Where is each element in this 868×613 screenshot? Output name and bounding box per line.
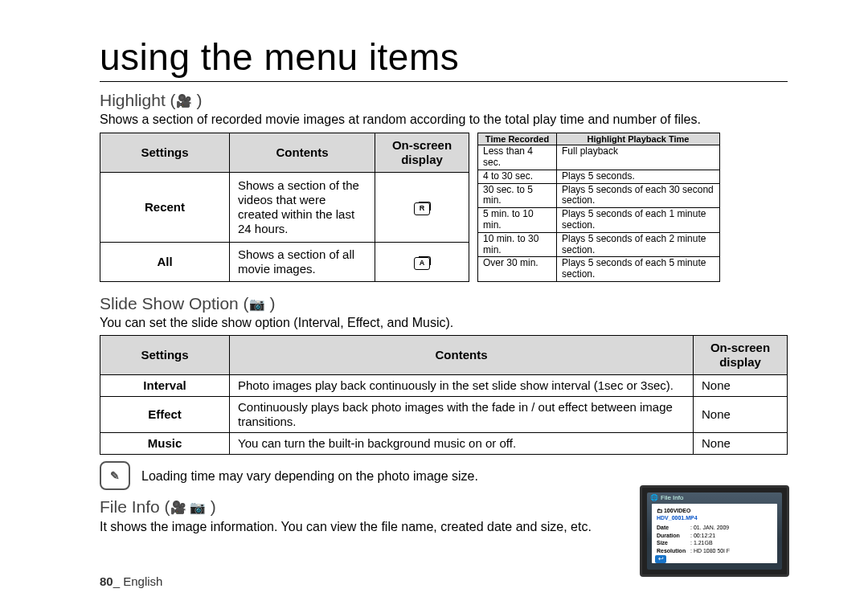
setting-cell: Recent bbox=[100, 172, 230, 243]
footer-sep: _ bbox=[113, 574, 124, 588]
table-row: Less than 4 sec.Full playback bbox=[478, 145, 720, 170]
fileinfo-title: 🌐 File Info bbox=[647, 492, 782, 504]
table-row: Over 30 min.Plays 5 seconds of each 5 mi… bbox=[478, 257, 720, 282]
fileinfo-filename: HDV_0001.MP4 bbox=[657, 514, 772, 521]
osd-cell: None bbox=[694, 375, 788, 397]
fileinfo-row: Date: 01. JAN. 2009 bbox=[657, 524, 772, 531]
heading-text: Highlight ( bbox=[100, 91, 176, 109]
col-contents: Contents bbox=[230, 336, 694, 375]
fileinfo-row: Size: 1.21GB bbox=[657, 539, 772, 546]
highlight-side-table: Time Recorded Highlight Playback Time Le… bbox=[477, 133, 720, 282]
footer-lang: English bbox=[123, 574, 162, 588]
cell: Plays 5 seconds of each 30 second sectio… bbox=[557, 183, 720, 208]
osd-r-icon: R bbox=[414, 202, 430, 215]
table-row: Interval Photo images play back continuo… bbox=[100, 375, 788, 397]
content-cell: Shows a section of the videos that were … bbox=[230, 172, 375, 243]
section-heading-slideshow: Slide Show Option (📷 ) bbox=[100, 293, 788, 313]
note-icon: ✎ bbox=[100, 461, 130, 490]
folder-icon: 🗀 bbox=[657, 508, 662, 513]
heading-text: File Info ( bbox=[100, 497, 170, 516]
col-osd: On-screen display bbox=[375, 133, 469, 172]
table-row: 30 sec. to 5 min.Plays 5 seconds of each… bbox=[478, 183, 720, 208]
content-cell: You can turn the built-in background mus… bbox=[230, 433, 694, 455]
heading-close: ) bbox=[192, 91, 203, 109]
cell: Over 30 min. bbox=[478, 257, 557, 282]
cell: 10 min. to 30 min. bbox=[478, 232, 557, 257]
fileinfo-title-text: File Info bbox=[661, 494, 683, 502]
k: Date bbox=[657, 524, 690, 531]
osd-cell: None bbox=[694, 433, 788, 455]
back-icon: ↩ bbox=[655, 555, 666, 563]
slideshow-desc: You can set the slide show option (Inter… bbox=[100, 315, 788, 330]
table-row: 10 min. to 30 min.Plays 5 seconds of eac… bbox=[478, 232, 720, 257]
col-contents: Contents bbox=[230, 133, 375, 172]
setting-cell: Effect bbox=[100, 397, 230, 433]
setting-cell: Interval bbox=[100, 375, 230, 397]
video-icon: 🎥 bbox=[176, 94, 192, 108]
cell: Plays 5 seconds of each 1 minute section… bbox=[557, 208, 720, 233]
osd-cell: None bbox=[694, 397, 788, 433]
heading-text: Slide Show Option ( bbox=[100, 294, 249, 313]
cell: Plays 5 seconds of each 5 minute section… bbox=[557, 257, 720, 282]
osd-a-icon: A bbox=[414, 257, 430, 270]
col-highlight-playback: Highlight Playback Time bbox=[557, 133, 720, 145]
table-row: 4 to 30 sec.Plays 5 seconds. bbox=[478, 170, 720, 183]
fileinfo-folder: 🗀 100VIDEO bbox=[657, 507, 772, 514]
setting-cell: Music bbox=[100, 433, 230, 455]
fileinfo-row: Duration: 00:12:21 bbox=[657, 532, 772, 539]
cell: Full playback bbox=[557, 145, 720, 170]
col-settings: Settings bbox=[100, 336, 230, 375]
cell: 5 min. to 10 min. bbox=[478, 208, 557, 233]
content-cell: Continuously plays back photo images wit… bbox=[230, 397, 694, 433]
col-settings: Settings bbox=[100, 133, 230, 172]
col-time-recorded: Time Recorded bbox=[478, 133, 557, 145]
table-row: Effect Continuously plays back photo ima… bbox=[100, 397, 788, 433]
globe-icon: 🌐 bbox=[650, 494, 658, 502]
k: Duration bbox=[657, 532, 690, 539]
note-text: Loading time may vary depending on the p… bbox=[141, 468, 478, 484]
v: : 01. JAN. 2009 bbox=[690, 524, 729, 531]
video-camera-icon: 🎥 📷 bbox=[170, 501, 206, 514]
k: Size bbox=[657, 539, 690, 546]
page-title: using the menu items bbox=[100, 35, 788, 82]
cell: Plays 5 seconds. bbox=[557, 170, 720, 183]
fileinfo-screenshot: 🌐 File Info 🗀 100VIDEO HDV_0001.MP4 Date… bbox=[640, 485, 789, 577]
slideshow-table: Settings Contents On-screen display Inte… bbox=[100, 335, 788, 455]
cell: 4 to 30 sec. bbox=[478, 170, 557, 183]
table-row: All Shows a section of all movie images.… bbox=[100, 243, 469, 282]
table-row: 5 min. to 10 min.Plays 5 seconds of each… bbox=[478, 208, 720, 233]
osd-cell: R bbox=[375, 172, 469, 243]
k: Resolution bbox=[657, 547, 690, 554]
fileinfo-row: Resolution: HD 1080 50i F bbox=[657, 547, 772, 554]
page-number: 80 bbox=[100, 574, 113, 588]
camera-icon: 📷 bbox=[249, 297, 265, 311]
heading-close: ) bbox=[206, 497, 216, 516]
table-row: Music You can turn the built-in backgrou… bbox=[100, 433, 788, 455]
highlight-desc: Shows a section of recorded movie images… bbox=[100, 112, 788, 127]
v: : 00:12:21 bbox=[690, 532, 715, 539]
content-cell: Shows a section of all movie images. bbox=[230, 243, 375, 282]
highlight-table: Settings Contents On-screen display Rece… bbox=[100, 133, 469, 282]
heading-close: ) bbox=[265, 294, 276, 313]
table-row: Recent Shows a section of the videos tha… bbox=[100, 172, 469, 243]
cell: Less than 4 sec. bbox=[478, 145, 557, 170]
v: : 1.21GB bbox=[690, 539, 713, 546]
folder-name: 100VIDEO bbox=[664, 508, 690, 513]
page-footer: 80_ English bbox=[100, 574, 162, 589]
cell: 30 sec. to 5 min. bbox=[478, 183, 557, 208]
setting-cell: All bbox=[100, 243, 230, 282]
fileinfo-desc: It shows the image information. You can … bbox=[100, 519, 614, 534]
content-cell: Photo images play back continuously in t… bbox=[230, 375, 694, 397]
cell: Plays 5 seconds of each 2 minute section… bbox=[557, 232, 720, 257]
v: : HD 1080 50i F bbox=[690, 547, 730, 554]
col-osd: On-screen display bbox=[694, 336, 788, 375]
osd-cell: A bbox=[375, 243, 469, 282]
section-heading-highlight: Highlight (🎥 ) bbox=[100, 90, 788, 110]
